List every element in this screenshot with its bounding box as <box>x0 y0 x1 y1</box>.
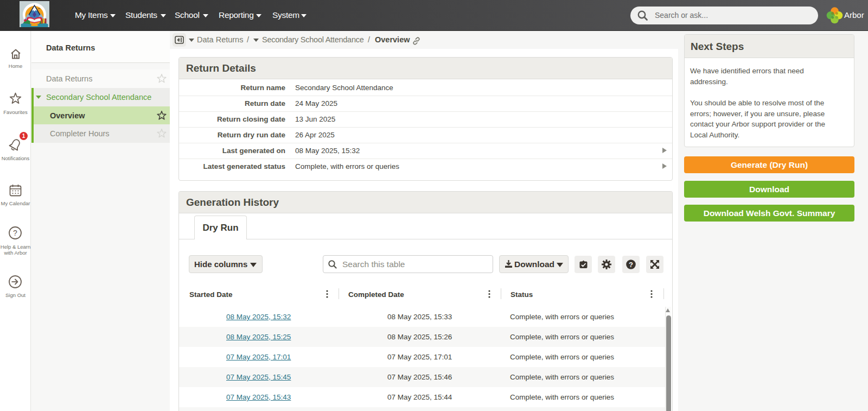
svg-text:?: ? <box>629 261 633 269</box>
svg-text:?: ? <box>13 229 17 237</box>
